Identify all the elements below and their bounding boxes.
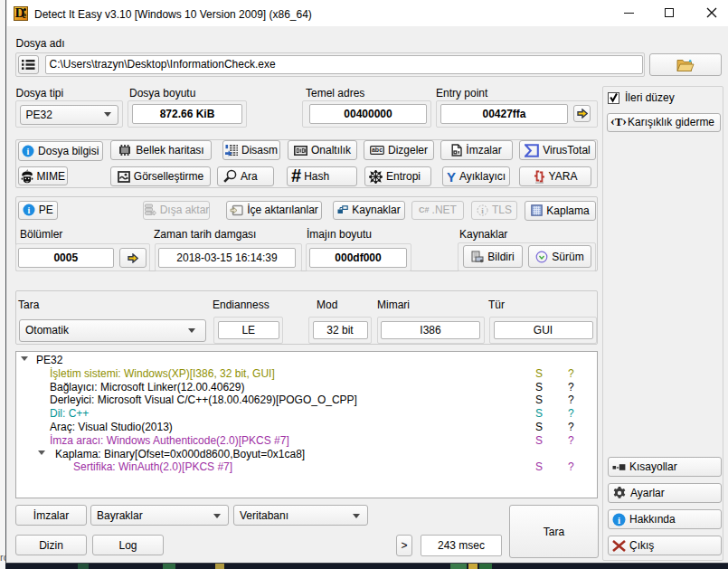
svg-text:abc: abc [372,147,383,153]
svg-text:i: i [27,147,30,156]
svg-text:i: i [618,514,620,525]
svg-text:i: i [27,205,30,215]
svg-text:i: i [481,206,484,215]
